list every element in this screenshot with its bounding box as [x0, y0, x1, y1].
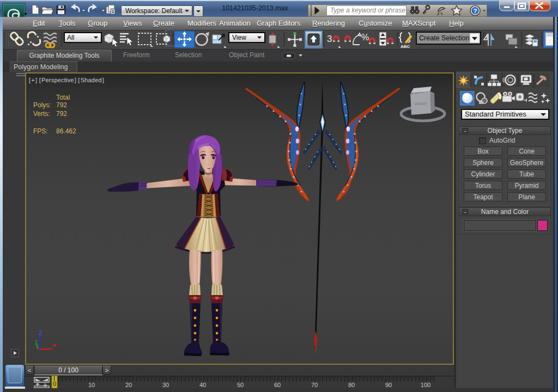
svg-text:ABC: ABC	[401, 44, 410, 49]
svg-text:0: 0	[53, 381, 56, 387]
svg-text:3: 3	[327, 34, 332, 44]
svg-text:%: %	[361, 33, 369, 42]
svg-text:FROST: FROST	[415, 101, 427, 106]
svg-text:?: ?	[473, 8, 477, 14]
